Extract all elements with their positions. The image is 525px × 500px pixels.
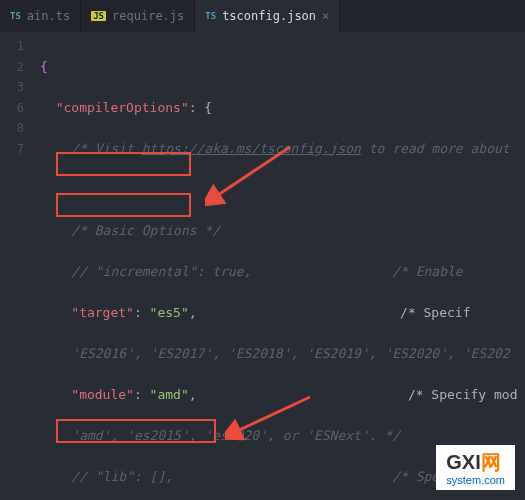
line-number: 8	[0, 118, 24, 139]
code-text: "es5"	[150, 305, 189, 320]
watermark-text: 网	[481, 451, 501, 473]
code-text: // "incremental": true, /* Enable	[71, 264, 462, 279]
code-text: : {	[189, 100, 212, 115]
code-text: // "lib": [], /* Specif	[71, 469, 462, 484]
code-text: 'ES2016', 'ES2017', 'ES2018', 'ES2019', …	[71, 346, 509, 361]
code-text: "compilerOptions"	[56, 100, 189, 115]
watermark-logo: GXI网 system.com	[436, 445, 515, 490]
code-text: "module"	[71, 387, 134, 402]
code-text: 'amd', 'es2015', 'es2020', or 'ESNext'. …	[71, 428, 400, 443]
line-number: 6	[0, 98, 24, 119]
code-text: , /* Specif	[189, 305, 471, 320]
code-text: , /* Specify mod	[189, 387, 518, 402]
line-number: 7	[0, 139, 24, 160]
tab-label: ain.ts	[27, 9, 70, 23]
line-gutter: 1 2 3 6 8 7	[0, 32, 30, 500]
code-text: {	[40, 59, 48, 74]
code-area[interactable]: { "compilerOptions": { /* Visit https://…	[30, 32, 525, 500]
json-icon: TS	[205, 11, 216, 21]
code-text: /* Visit https://aka.ms/tsconfig.json to…	[71, 141, 517, 156]
editor: 1 2 3 6 8 7 { "compilerOptions": { /* Vi…	[0, 32, 525, 500]
tab-label: tsconfig.json	[222, 9, 316, 23]
typescript-icon: TS	[10, 11, 21, 21]
tab-bar: TS ain.ts JS require.js TS tsconfig.json…	[0, 0, 525, 32]
tab-tsconfig-json[interactable]: TS tsconfig.json ×	[195, 0, 340, 32]
tab-label: require.js	[112, 9, 184, 23]
close-icon[interactable]: ×	[322, 9, 329, 23]
code-text: /* Basic Options */	[71, 223, 220, 238]
code-text: "amd"	[150, 387, 189, 402]
line-number: 2	[0, 57, 24, 78]
watermark-text: GXI	[446, 451, 480, 473]
tab-ain-ts[interactable]: TS ain.ts	[0, 0, 81, 32]
watermark-sub: system.com	[446, 474, 505, 486]
code-text: "target"	[71, 305, 134, 320]
line-number: 3	[0, 77, 24, 98]
javascript-icon: JS	[91, 11, 106, 21]
line-number: 1	[0, 36, 24, 57]
tab-require-js[interactable]: JS require.js	[81, 0, 195, 32]
